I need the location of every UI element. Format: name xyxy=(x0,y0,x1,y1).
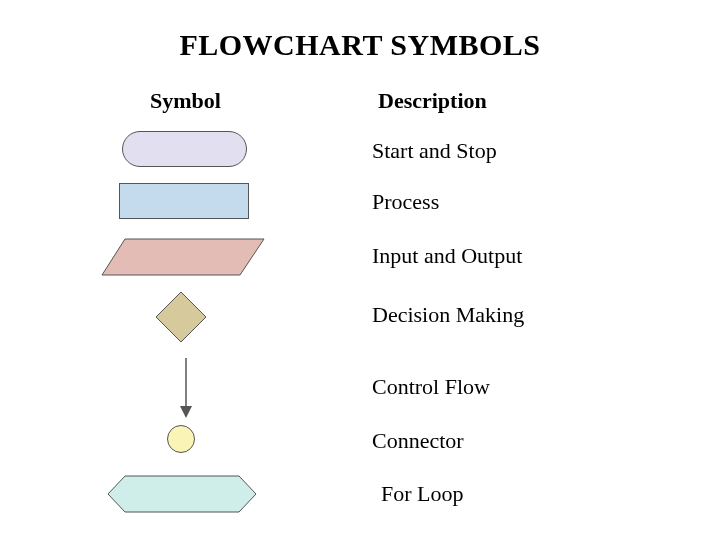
row-description: Connector xyxy=(372,428,464,454)
row-description: For Loop xyxy=(381,481,464,507)
svg-marker-4 xyxy=(108,476,256,512)
svg-marker-3 xyxy=(180,406,192,418)
svg-marker-0 xyxy=(102,239,264,275)
row-description: Input and Output xyxy=(372,243,522,269)
svg-marker-1 xyxy=(156,292,206,342)
column-header-description: Description xyxy=(378,88,487,114)
connector-icon xyxy=(167,425,195,453)
column-header-symbol: Symbol xyxy=(150,88,221,114)
row-description: Decision Making xyxy=(372,302,524,328)
diamond-icon xyxy=(154,290,208,344)
row-description: Start and Stop xyxy=(372,138,497,164)
arrow-icon xyxy=(177,356,195,419)
page-title: FLOWCHART SYMBOLS xyxy=(0,28,720,62)
process-icon xyxy=(119,183,249,219)
hexagon-icon xyxy=(107,475,257,513)
terminator-icon xyxy=(122,131,247,167)
row-description: Control Flow xyxy=(372,374,490,400)
parallelogram-icon xyxy=(101,238,265,276)
row-description: Process xyxy=(372,189,439,215)
